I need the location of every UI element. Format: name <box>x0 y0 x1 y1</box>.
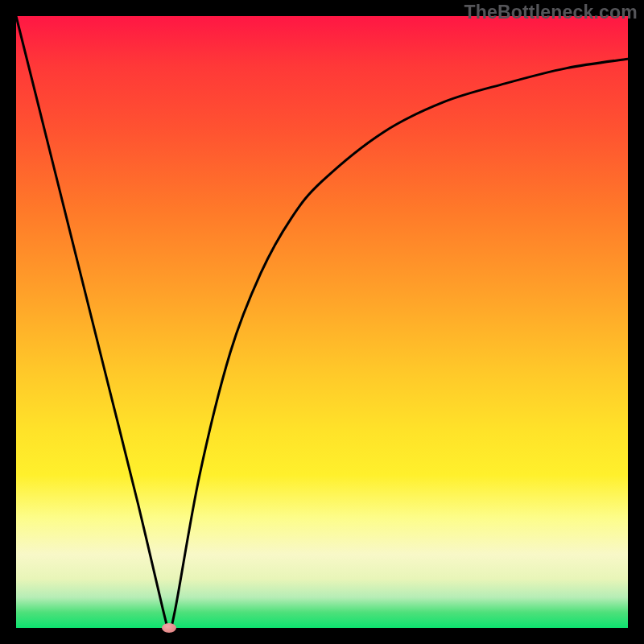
bottleneck-curve <box>16 16 628 628</box>
watermark-text: TheBottleneck.com <box>464 2 638 23</box>
optimal-point-marker <box>162 623 176 633</box>
chart-frame <box>16 16 628 628</box>
